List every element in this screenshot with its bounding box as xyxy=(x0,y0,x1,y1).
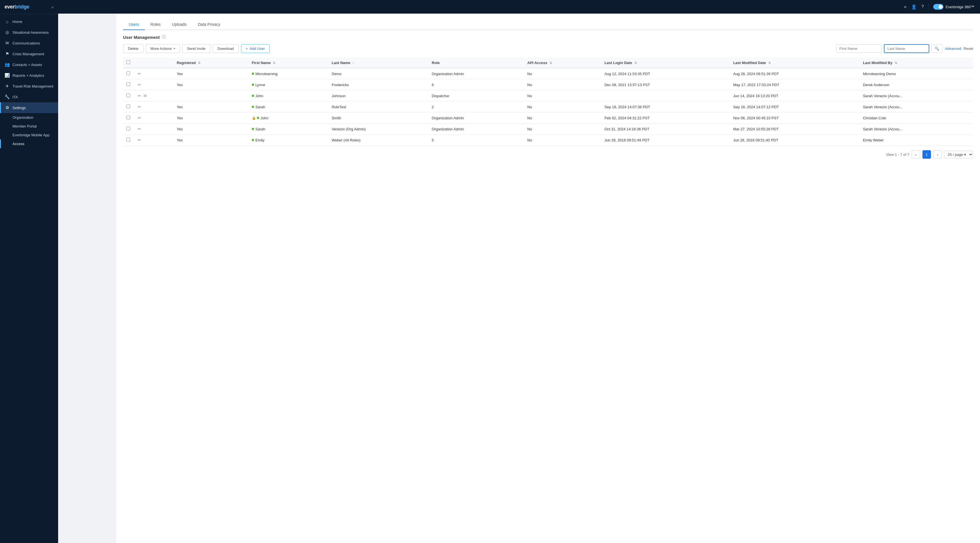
col-last-name[interactable]: Last Name ↑ xyxy=(328,57,428,68)
cell-last-modified-by: Microlearning Demo xyxy=(859,68,973,79)
col-last-modified-by[interactable]: Last Modified By ⇅ xyxy=(859,57,973,68)
reset-link[interactable]: Reset xyxy=(964,46,973,51)
settings-icon: ⚙ xyxy=(5,105,10,110)
select-all-checkbox[interactable] xyxy=(126,60,130,64)
delete-button[interactable]: Delete xyxy=(123,44,143,53)
per-page-select[interactable]: 25 / page ▾ xyxy=(944,151,973,159)
edit-icon[interactable]: ✏ xyxy=(138,138,141,142)
row-actions: ✏ xyxy=(138,105,170,109)
edit-icon[interactable]: ✏ xyxy=(138,94,141,98)
sidebar-item-crisis-management[interactable]: ⚑ Crisis Management xyxy=(0,48,58,59)
send-invite-button[interactable]: Send Invite xyxy=(182,44,210,53)
sidebar-item-label: Crisis Management xyxy=(13,52,44,56)
cell-last-name: Johnson xyxy=(328,90,428,102)
prev-page-button[interactable]: ‹ xyxy=(912,150,920,159)
sort-icon: ⇅ xyxy=(550,61,552,65)
row-checkbox[interactable] xyxy=(126,105,130,108)
search-group: 🔍 Advanced Reset xyxy=(836,44,973,53)
sidebar-item-ita[interactable]: 🔧 ITA xyxy=(0,92,58,102)
sidebar-item-settings[interactable]: ⚙ Settings xyxy=(0,102,58,113)
sidebar-subitem-organization[interactable]: Organization xyxy=(0,113,58,122)
edit-icon[interactable]: ✏ xyxy=(138,127,141,131)
sort-icon: ⇅ xyxy=(634,61,637,65)
col-last-login-date[interactable]: Last Login Date ⇅ xyxy=(601,57,730,68)
cell-last-modified-by: Sarah Venezio (Accou... xyxy=(859,124,973,135)
plus-icon: + xyxy=(246,46,248,51)
cell-last-modified-date: May 17, 2022 17:03:24 PDT xyxy=(730,79,860,90)
row-actions: ✏ xyxy=(138,116,170,120)
advanced-link[interactable]: Advanced xyxy=(945,46,961,51)
everbridge-badge: Everbridge 360™ xyxy=(933,4,974,10)
first-name-input[interactable] xyxy=(836,44,881,53)
edit-icon[interactable]: ✏ xyxy=(138,116,141,120)
add-user-button[interactable]: + Add User xyxy=(241,44,270,53)
sidebar-item-home[interactable]: ⌂ Home xyxy=(0,16,58,27)
col-first-name[interactable]: First Name ⇅ xyxy=(248,57,328,68)
row-checkbox[interactable] xyxy=(126,71,130,75)
tab-users[interactable]: Users xyxy=(123,19,145,30)
cell-last-modified-by: Sarah Venezio (Accou... xyxy=(859,102,973,113)
help-icon[interactable]: ? xyxy=(921,4,924,10)
row-checkbox[interactable] xyxy=(126,127,130,130)
cell-last-modified-date: Jun 14, 2024 16:13:20 PDT xyxy=(730,90,860,102)
sidebar-item-communications[interactable]: ✉ Communications xyxy=(0,38,58,48)
cell-first-name: Emily xyxy=(248,135,328,146)
edit-icon[interactable]: ✏ xyxy=(138,71,141,76)
sidebar-item-label: Settings xyxy=(13,106,26,110)
tab-bar: Users Roles Uploads Data Privacy xyxy=(123,19,973,30)
row-checkbox[interactable] xyxy=(126,94,130,97)
edit-icon[interactable]: ✏ xyxy=(138,105,141,109)
tab-roles[interactable]: Roles xyxy=(145,19,167,30)
cell-last-login-date: Feb 02, 2024 04:31:22 PST xyxy=(601,113,730,124)
tab-data-privacy[interactable]: Data Privacy xyxy=(192,19,226,30)
col-last-modified-date[interactable]: Last Modified Date ⇅ xyxy=(730,57,860,68)
table-row: ✏ Yes Microlearning Demo Organization Ad… xyxy=(123,68,973,79)
edit-icon[interactable]: ✏ xyxy=(138,83,141,87)
sidebar-collapse-button[interactable]: « xyxy=(51,5,54,10)
row-checkbox[interactable] xyxy=(126,138,130,141)
sidebar-subitem-member-portal[interactable]: Member Portal xyxy=(0,122,58,131)
download-button[interactable]: Download xyxy=(213,44,239,53)
col-registered[interactable]: Registered ⇅ xyxy=(173,57,248,68)
sidebar-item-label: Home xyxy=(13,19,22,24)
sidebar-item-contacts-assets[interactable]: 👥 Contacts + Assets xyxy=(0,59,58,70)
cell-first-name: 🔒 John xyxy=(248,113,328,124)
more-actions-button[interactable]: More Actions ▾ xyxy=(146,44,180,53)
col-api-access[interactable]: API Access ⇅ xyxy=(524,57,601,68)
page-1-button[interactable]: 1 xyxy=(923,150,931,159)
page-help-icon[interactable]: ⓘ xyxy=(162,35,166,40)
row-checkbox[interactable] xyxy=(126,83,130,86)
everbridge-toggle[interactable] xyxy=(933,4,943,10)
email-icon[interactable]: ✉ xyxy=(143,94,147,98)
cell-api-access: No xyxy=(524,90,601,102)
sidebar-subitem-label: Organization xyxy=(13,115,33,120)
sort-icon: ⇅ xyxy=(198,61,200,65)
sidebar-subitem-label: Everbridge Mobile App xyxy=(13,133,49,137)
cell-role: 6 xyxy=(428,79,524,90)
next-page-button[interactable]: › xyxy=(933,150,942,159)
cell-last-modified-date: Sep 18, 2024 14:07:12 PDT xyxy=(730,102,860,113)
cell-last-name: Weber (All Roles) xyxy=(328,135,428,146)
back-icon[interactable]: « xyxy=(904,4,907,10)
status-dot xyxy=(252,84,254,86)
search-button[interactable]: 🔍 xyxy=(932,44,943,53)
table-row: ✏ Yes Lynne Fredericks 6 No Dec 08, 2021… xyxy=(123,79,973,90)
sidebar-subitem-access[interactable]: Access xyxy=(0,140,58,148)
cell-last-login-date: Sep 18, 2024 14:07:36 PDT xyxy=(601,102,730,113)
cell-role: Dispatcher xyxy=(428,90,524,102)
cell-last-modified-by: Derek Anderson xyxy=(859,79,973,90)
sidebar-subitem-label: Member Portal xyxy=(13,124,37,129)
sidebar-item-travel-risk-management[interactable]: ✈ Travel Risk Management xyxy=(0,81,58,92)
last-name-input[interactable] xyxy=(884,44,929,53)
user-icon[interactable]: 👤 xyxy=(911,4,917,10)
status-dot xyxy=(252,106,254,108)
tab-uploads[interactable]: Uploads xyxy=(166,19,192,30)
communications-icon: ✉ xyxy=(5,41,10,46)
row-actions: ✏ ✉ xyxy=(138,94,170,98)
home-icon: ⌂ xyxy=(5,19,10,24)
row-checkbox[interactable] xyxy=(126,116,130,119)
sidebar-item-reports-analytics[interactable]: 📊 Reports + Analytics xyxy=(0,70,58,81)
cell-last-modified-date: Nov 06, 2024 00:45:10 PST xyxy=(730,113,860,124)
sidebar-subitem-everbridge-mobile-app[interactable]: Everbridge Mobile App xyxy=(0,131,58,140)
sidebar-item-situational-awareness[interactable]: ◎ Situational Awareness xyxy=(0,27,58,38)
